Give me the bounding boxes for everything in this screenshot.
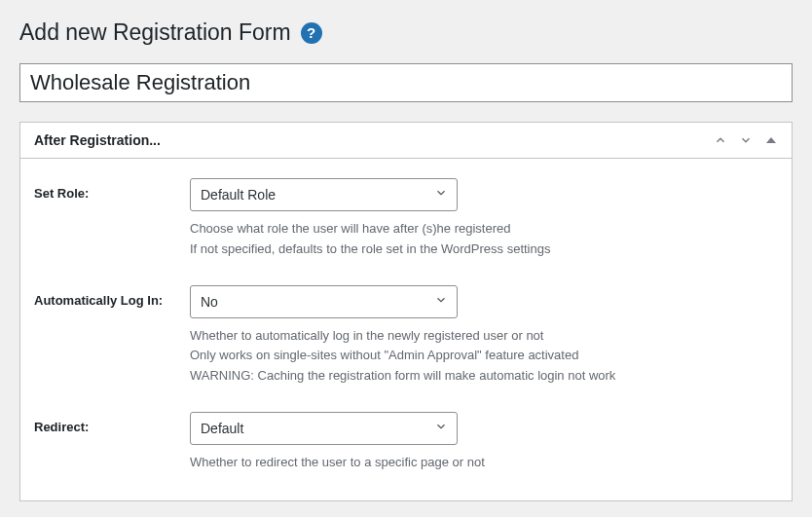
redirect-label: Redirect: — [34, 412, 190, 473]
auto-login-select[interactable]: No — [190, 285, 458, 318]
page-title: Add new Registration Form — [19, 19, 291, 46]
move-down-icon[interactable] — [735, 129, 757, 151]
svg-marker-0 — [766, 137, 776, 143]
toggle-panel-icon[interactable] — [760, 129, 782, 151]
after-registration-box: After Registration... Set Role: Default … — [19, 122, 793, 501]
postbox-title: After Registration... — [20, 123, 710, 158]
postbox-header: After Registration... — [20, 123, 792, 159]
move-up-icon[interactable] — [710, 129, 731, 151]
form-title-input[interactable] — [19, 63, 793, 102]
set-role-description: Choose what role the user will have afte… — [190, 219, 778, 260]
auto-login-description: Whether to automatically log in the newl… — [190, 326, 778, 387]
help-icon[interactable]: ? — [301, 22, 322, 44]
set-role-select[interactable]: Default Role — [190, 178, 458, 211]
redirect-description: Whether to redirect the user to a specif… — [190, 453, 778, 473]
postbox-body: Set Role: Default Role Choose what role … — [20, 159, 792, 500]
set-role-label: Set Role: — [34, 178, 190, 260]
auto-login-label: Automatically Log In: — [34, 285, 190, 387]
redirect-select[interactable]: Default — [190, 412, 458, 445]
